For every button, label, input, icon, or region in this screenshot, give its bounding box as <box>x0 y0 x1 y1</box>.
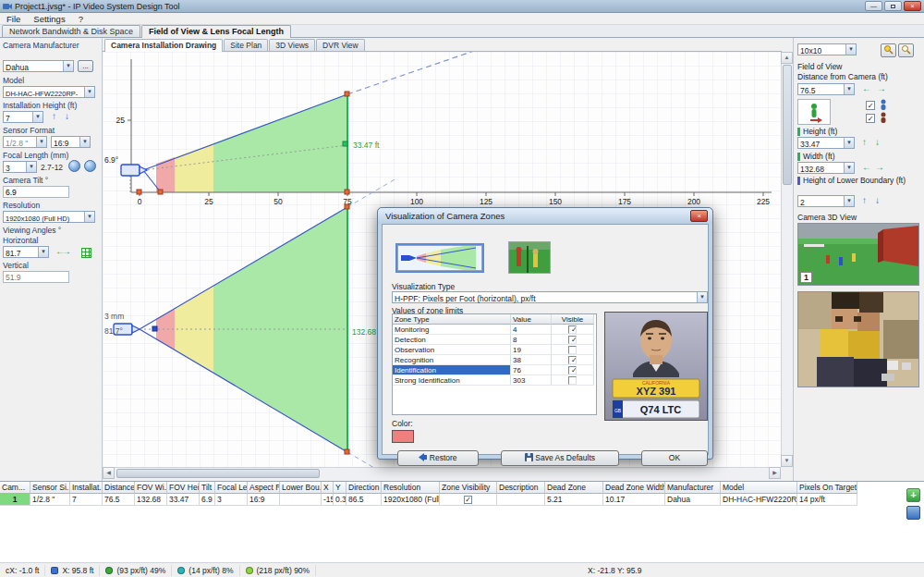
zone-row-detection[interactable]: Detection 8 ✓ <box>393 335 596 345</box>
col-header[interactable]: Focal Len... <box>215 482 248 494</box>
cell[interactable]: 14 px/ft <box>797 494 857 506</box>
col-header[interactable]: Installat... <box>70 482 103 494</box>
scroll-left-icon[interactable]: ◀ <box>103 467 115 479</box>
zoom-out-button[interactable] <box>898 43 914 57</box>
vertical-scrollbar[interactable]: ▲ ▼ <box>781 52 793 467</box>
visible-checkbox[interactable]: ✓ <box>568 366 577 374</box>
visible-checkbox[interactable]: ✓ <box>568 325 577 334</box>
col-header[interactable]: Manufacturer <box>665 482 721 494</box>
maximize-button[interactable] <box>884 1 902 11</box>
handle-plan-bottom[interactable] <box>345 449 349 454</box>
scroll-right-icon[interactable]: ▶ <box>769 467 781 479</box>
cell[interactable]: 86.5 <box>346 494 382 506</box>
add-camera-button[interactable]: + <box>906 488 920 502</box>
visible-checkbox[interactable] <box>568 346 577 354</box>
camera-tools-button[interactable] <box>906 506 920 520</box>
tab-installation-drawing[interactable]: Camera Installation Drawing <box>104 39 223 52</box>
camera-3d-view-thumbnail[interactable]: 1 <box>797 223 919 286</box>
fov-height-select[interactable]: 33.47▼ <box>797 137 855 149</box>
col-header[interactable]: Distance <box>103 482 135 494</box>
col-header[interactable]: Pixels On Target <box>797 482 857 494</box>
tab-site-plan[interactable]: Site Plan <box>224 39 268 51</box>
col-value[interactable]: Value <box>511 314 552 325</box>
height-up-icon[interactable]: ↑ <box>52 111 56 122</box>
col-header[interactable]: Cam... <box>0 482 30 494</box>
handle-deadzone[interactable] <box>158 190 163 194</box>
col-header[interactable]: Zone Visibility <box>440 482 497 494</box>
vertical-scroll-thumb[interactable] <box>783 65 792 185</box>
camera-number-cell[interactable]: 1 <box>0 494 30 506</box>
col-zone-type[interactable]: Zone Type <box>393 314 511 325</box>
col-header[interactable]: FOV Heig... <box>167 482 200 494</box>
zone-row-recognition[interactable]: Recognition 38 ✓ <box>393 355 596 365</box>
chevron-down-icon[interactable]: ▼ <box>79 137 90 147</box>
col-header[interactable]: Sensor Si... <box>30 482 70 494</box>
col-header[interactable]: X <box>322 482 334 494</box>
pixelated-target-thumbnail[interactable] <box>797 291 919 387</box>
handle-fov-height[interactable] <box>343 141 347 146</box>
chevron-down-icon[interactable]: ▼ <box>844 163 854 173</box>
chevron-down-icon[interactable]: ▼ <box>38 247 48 257</box>
cell[interactable]: 0.3 <box>334 494 346 506</box>
zone-row-identification[interactable]: Identification 76 ✓ <box>393 365 596 375</box>
zones-3d-preview-thumbnail[interactable] <box>508 241 551 274</box>
chevron-down-icon[interactable]: ▼ <box>36 137 46 147</box>
save-as-defaults-button[interactable]: Save As Defaults <box>501 450 619 466</box>
manufacturer-more-button[interactable]: ... <box>78 60 93 72</box>
col-header[interactable]: Aspect Ra... <box>248 482 280 494</box>
col-header[interactable]: Lower Bou... <box>280 482 322 494</box>
visible-checkbox[interactable] <box>568 376 577 385</box>
zone-row-monitoring[interactable]: Monitoring 4 ✓ <box>393 325 596 335</box>
tab-dvr-view[interactable]: DVR View <box>316 39 365 51</box>
zone-row-strong-identification[interactable]: Strong Identification 303 <box>393 375 596 386</box>
chevron-down-icon[interactable]: ▼ <box>844 138 854 148</box>
minimize-button[interactable]: — <box>865 1 882 11</box>
camera-tilt-input[interactable] <box>3 186 69 198</box>
distance-select[interactable]: 76.5▼ <box>797 83 855 95</box>
col-header[interactable]: Dead Zone Width <box>603 482 665 494</box>
zone-visibility-cell[interactable]: ✓ <box>440 494 497 506</box>
resolution-select[interactable]: 1920x1080 (Full HD)▼ <box>3 211 95 223</box>
dialog-close-button[interactable]: × <box>690 210 708 222</box>
zone-color-swatch[interactable] <box>392 430 414 443</box>
cell[interactable]: 33.47 <box>167 494 200 506</box>
chevron-down-icon[interactable]: ▼ <box>26 162 36 172</box>
tab-3d-views[interactable]: 3D Views <box>269 39 315 51</box>
sensor-size-select[interactable]: 1/2.8 "▼ <box>3 136 47 148</box>
cell[interactable]: 10.17 <box>603 494 665 506</box>
cell[interactable]: 7 <box>70 494 103 506</box>
lens-calculator-button[interactable] <box>68 160 80 172</box>
col-header[interactable]: Resolution <box>382 482 440 494</box>
col-header[interactable]: Y <box>334 482 346 494</box>
chevron-down-icon[interactable]: ▼ <box>84 212 94 222</box>
col-header[interactable]: Model <box>721 482 797 494</box>
swap-angles-icon[interactable]: ←→ <box>55 246 68 257</box>
col-visible[interactable]: Visible <box>552 314 594 325</box>
zone-row-observation[interactable]: Observation 19 <box>393 345 596 355</box>
col-header[interactable]: Direction <box>346 482 382 494</box>
height-down-icon[interactable]: ↓ <box>65 111 69 122</box>
cell[interactable]: 16:9 <box>248 494 280 506</box>
lower-boundary-select[interactable]: 2▼ <box>797 195 855 207</box>
tab-field-of-view[interactable]: Field of View & Lens Focal Length <box>141 25 291 38</box>
chevron-down-icon[interactable]: ▼ <box>84 87 94 97</box>
zones-2d-preview-thumbnail[interactable] <box>397 245 482 271</box>
fov-height-up-icon[interactable]: ↑ <box>862 137 867 148</box>
chevron-down-icon[interactable]: ▼ <box>32 112 43 122</box>
close-button[interactable]: × <box>904 1 921 11</box>
col-header[interactable]: Dead Zone <box>545 482 603 494</box>
horizontal-angle-select[interactable]: 81.7▼ <box>3 246 49 258</box>
chevron-down-icon[interactable]: ▼ <box>697 292 707 302</box>
manufacturer-select[interactable]: Dahua▼ <box>3 60 74 72</box>
show-target-checkbox[interactable]: ✓ <box>866 114 875 123</box>
cell[interactable]: 76.5 <box>103 494 135 506</box>
chevron-down-icon[interactable]: ▼ <box>844 196 854 206</box>
restore-button[interactable]: Restore <box>397 450 479 466</box>
fov-height-down-icon[interactable]: ↓ <box>875 137 880 148</box>
scroll-up-icon[interactable]: ▲ <box>781 52 793 64</box>
scroll-down-icon[interactable]: ▼ <box>781 455 793 467</box>
handle-ground[interactable] <box>345 190 349 194</box>
horizontal-scrollbar[interactable]: ◀ ▶ <box>103 467 781 479</box>
chevron-down-icon[interactable]: ▼ <box>845 44 856 55</box>
visible-checkbox[interactable]: ✓ <box>568 356 577 364</box>
